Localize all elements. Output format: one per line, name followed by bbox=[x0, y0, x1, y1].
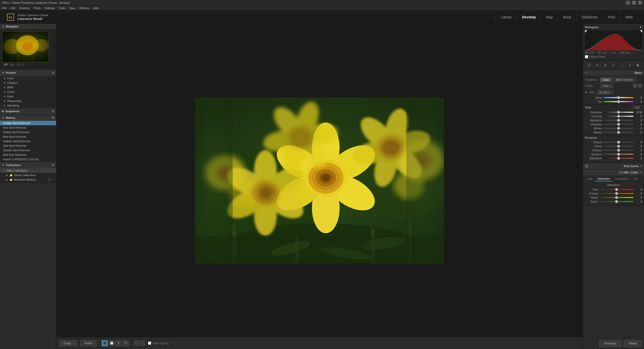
treatment-bw-button[interactable]: Black & White bbox=[613, 77, 636, 82]
before-after-icon[interactable]: ◐ bbox=[635, 62, 641, 68]
view-extra-icon[interactable]: YY bbox=[123, 340, 129, 346]
hsl-collapse-btn[interactable]: ◀ bbox=[619, 171, 622, 174]
presets-header[interactable]: ▼ Presets + bbox=[0, 69, 56, 76]
preset-grain[interactable]: ▶ Grain bbox=[0, 94, 56, 99]
view-loupe-icon[interactable]: ⬛ bbox=[102, 340, 108, 346]
tint-slider-track[interactable] bbox=[603, 101, 633, 102]
tone-curve-header[interactable]: ◀ Tone Curve ▼ bbox=[583, 163, 644, 169]
sat-yellow-thumb[interactable] bbox=[615, 196, 618, 199]
wb-dropdown[interactable]: As Shot ↓ bbox=[597, 90, 613, 95]
contrast-slider-track[interactable] bbox=[603, 116, 633, 117]
menu-edit[interactable]: Edit bbox=[11, 7, 15, 10]
menu-file[interactable]: File bbox=[2, 7, 7, 10]
previous-button[interactable]: Previous bbox=[599, 340, 622, 347]
view-options-icon[interactable]: ▼ bbox=[116, 340, 122, 346]
nav-print[interactable]: Print bbox=[603, 14, 621, 21]
shadows-slider-track[interactable] bbox=[603, 124, 633, 125]
restore-button[interactable]: ❐ bbox=[632, 1, 636, 5]
radial-filter-icon[interactable]: ○ bbox=[619, 62, 625, 68]
whites-slider-thumb[interactable] bbox=[617, 127, 620, 130]
history-item-7[interactable]: Add Spot Removal bbox=[0, 152, 56, 157]
hsl-tab-hue[interactable]: Hue bbox=[585, 176, 595, 181]
menu-settings[interactable]: Settings bbox=[45, 7, 55, 10]
crop-tool-icon[interactable]: ⬛ bbox=[586, 62, 592, 68]
history-item-0[interactable]: Update Spot Removal bbox=[0, 121, 56, 125]
preset-curve[interactable]: ▶ Curve bbox=[0, 90, 56, 94]
dehaze-slider-thumb[interactable] bbox=[617, 149, 620, 152]
sat-orange-thumb[interactable] bbox=[615, 192, 618, 195]
exposure-slider-thumb[interactable] bbox=[617, 111, 620, 114]
history-item-2[interactable]: Delete Spot Removal bbox=[0, 130, 56, 134]
spot-removal-icon[interactable]: ⊙ bbox=[594, 62, 600, 68]
sat-red-thumb[interactable] bbox=[615, 188, 618, 191]
highlights-slider-thumb[interactable] bbox=[617, 119, 620, 122]
red-eye-icon[interactable]: ● bbox=[602, 62, 608, 68]
nav-slideshow[interactable]: Slideshow bbox=[577, 14, 603, 21]
menu-help[interactable]: Help bbox=[93, 7, 99, 10]
preset-bw[interactable]: ▶ B&W bbox=[0, 85, 56, 90]
preset-creative[interactable]: ▶ Creative bbox=[0, 81, 56, 85]
nav-web[interactable]: Web bbox=[620, 14, 638, 21]
presets-add-button[interactable]: + bbox=[52, 71, 54, 75]
menu-window[interactable]: Window bbox=[79, 7, 89, 10]
original-photo-checkbox[interactable] bbox=[585, 55, 588, 58]
zoom-1-1[interactable]: 1:1 bbox=[17, 63, 20, 66]
collections-add-button[interactable]: + bbox=[52, 163, 54, 167]
basic-panel-header[interactable]: ▼ Basic bbox=[583, 70, 644, 75]
sat-green-thumb[interactable] bbox=[615, 200, 618, 203]
graduated-filter-icon[interactable]: ▭ bbox=[610, 62, 616, 68]
profile-grid-icon[interactable]: ⊞ bbox=[633, 84, 637, 88]
clarity-slider-track[interactable] bbox=[603, 146, 633, 147]
history-item-1[interactable]: Add Spot Removal bbox=[0, 125, 56, 130]
shadows-slider-thumb[interactable] bbox=[617, 123, 620, 126]
dehaze-slider-track[interactable] bbox=[603, 150, 633, 151]
tint-slider-thumb[interactable] bbox=[617, 100, 620, 103]
menu-tools[interactable]: Tools bbox=[59, 7, 65, 10]
highlights-slider-track[interactable] bbox=[603, 120, 633, 121]
menu-photo[interactable]: Photo bbox=[33, 7, 41, 10]
sat-yellow-track[interactable] bbox=[599, 197, 633, 198]
whites-slider-track[interactable] bbox=[603, 128, 633, 129]
minimize-button[interactable]: − bbox=[626, 1, 630, 5]
mauritius-collection-item[interactable]: ▶ 📁 Mauritius Worksh... 8 bbox=[0, 177, 56, 182]
filter-collections-item[interactable]: ⊙ Filter Collections bbox=[0, 168, 56, 173]
zoom-fit[interactable]: FIT bbox=[4, 63, 8, 66]
smart-collections-item[interactable]: ▶ 📁 Smart Collections bbox=[0, 173, 56, 177]
history-header[interactable]: ▼ History ✕ bbox=[0, 115, 56, 121]
sat-orange-track[interactable] bbox=[599, 193, 633, 194]
adjustment-brush-icon[interactable]: ⌀ bbox=[627, 62, 633, 68]
paste-button[interactable]: Paste bbox=[80, 340, 97, 346]
zoom-5[interactable]: 5 ↓ bbox=[22, 63, 26, 66]
nav-develop[interactable]: Develop bbox=[517, 14, 541, 21]
wb-eyedropper-icon[interactable]: ✒ bbox=[585, 91, 587, 94]
histogram-dropdown-icon[interactable]: ▼ bbox=[639, 26, 642, 29]
profile-dropdown[interactable]: Color ↓ bbox=[600, 84, 613, 88]
nav-library[interactable]: Library bbox=[496, 14, 517, 21]
exposure-slider-track[interactable] bbox=[603, 112, 633, 113]
menu-develop[interactable]: Develop bbox=[19, 7, 29, 10]
saturation-slider-track[interactable] bbox=[603, 158, 633, 159]
texture-slider-thumb[interactable] bbox=[617, 141, 620, 144]
blacks-slider-thumb[interactable] bbox=[617, 131, 620, 134]
hsl-tab-all[interactable]: All bbox=[631, 176, 639, 181]
tone-curve-collapse-btn[interactable]: ◀ bbox=[585, 164, 588, 168]
auto-button[interactable]: Auto bbox=[632, 105, 642, 109]
hsl-tab-luminance[interactable]: Luminance bbox=[613, 176, 631, 181]
history-item-8[interactable]: Import (13/03/2020 11:53:16) bbox=[0, 157, 56, 162]
preset-vignetting[interactable]: ▶ Vignetting bbox=[0, 103, 56, 108]
profile-list-icon[interactable]: ≡ bbox=[638, 84, 642, 88]
treatment-color-button[interactable]: Color bbox=[600, 77, 612, 82]
collections-header[interactable]: ▼ Collections + bbox=[0, 162, 56, 168]
nav-book[interactable]: Book bbox=[558, 14, 577, 21]
history-item-6[interactable]: Update Spot Removal bbox=[0, 148, 56, 152]
contrast-slider-thumb[interactable] bbox=[617, 115, 620, 118]
hsl-tab-saturation[interactable]: Saturation bbox=[595, 176, 613, 181]
reset-button[interactable]: Reset bbox=[624, 340, 642, 347]
preset-sharpening[interactable]: ▶ Sharpening bbox=[0, 99, 56, 103]
vibrance-slider-track[interactable] bbox=[603, 154, 633, 155]
history-item-4[interactable]: Update Spot Removal bbox=[0, 139, 56, 143]
preset-color[interactable]: ▶ Color bbox=[0, 76, 56, 81]
history-item-3[interactable]: Add Spot Removal bbox=[0, 134, 56, 139]
temp-slider-track[interactable] bbox=[603, 97, 633, 98]
snapshots-add-button[interactable]: + bbox=[52, 109, 54, 113]
